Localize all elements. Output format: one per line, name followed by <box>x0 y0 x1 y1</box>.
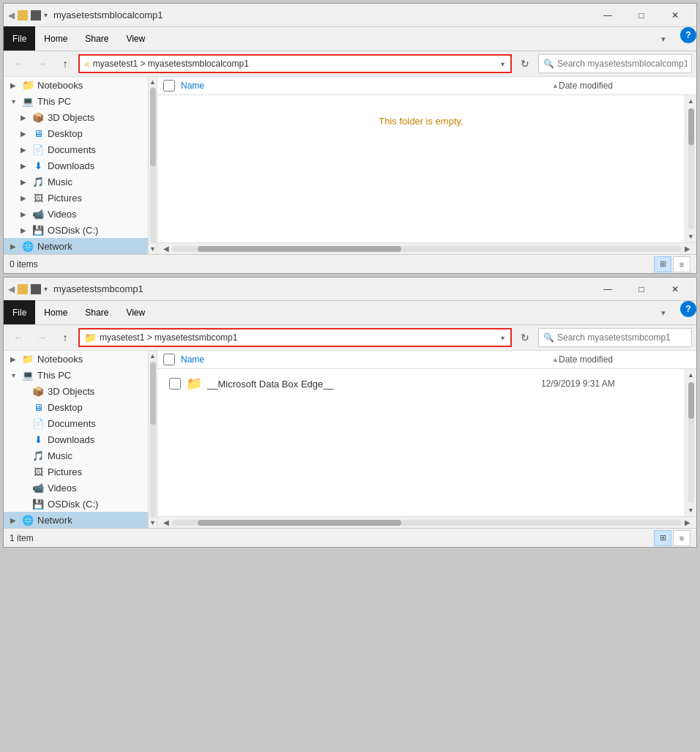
hscroll-left-2[interactable]: ◀ <box>160 518 172 526</box>
file-vscroll-2[interactable]: ▲ ▼ <box>685 369 696 516</box>
vscroll-up-2[interactable]: ▲ <box>688 369 694 381</box>
sidebar-item-videos-2[interactable]: 📹 Videos <box>4 480 157 496</box>
music-icon: 🎵 <box>31 176 45 187</box>
tab-view-2[interactable]: View <box>117 301 154 324</box>
sidebar-scrollbar-2[interactable]: ▲ ▼ <box>148 351 157 528</box>
scroll-up-icon[interactable]: ▲ <box>149 77 156 86</box>
col-name-header-2[interactable]: Name <box>181 354 551 365</box>
grid-view-btn-1[interactable]: ⊞ <box>654 256 671 272</box>
search-box-1[interactable]: 🔍 <box>538 54 692 73</box>
scroll-track <box>150 87 156 244</box>
minimize-button-1[interactable]: — <box>591 4 625 27</box>
list-view-btn-1[interactable]: ≡ <box>673 256 690 272</box>
help-button-1[interactable]: ? <box>680 27 696 43</box>
close-button-2[interactable]: ✕ <box>658 278 692 301</box>
main-area-2: ▶ 📁 Notebooks ▾ 💻 This PC 📦 3D Objects 🖥… <box>4 351 696 528</box>
tab-view-1[interactable]: View <box>117 27 154 51</box>
address-box-2[interactable]: 📁 myasetest1 > myasetestsmbcomp1 ▾ <box>78 328 512 347</box>
tab-share-1[interactable]: Share <box>76 27 117 51</box>
tab-share-2[interactable]: Share <box>76 301 117 324</box>
scroll-down-icon-2[interactable]: ▼ <box>149 519 156 528</box>
expand-icon: ▶ <box>18 210 29 218</box>
sidebar-item-downloads-2[interactable]: ⬇ Downloads <box>4 431 157 447</box>
sidebar-item-network-1[interactable]: ▶ 🌐 Network <box>4 238 157 254</box>
forward-button-1[interactable]: → <box>31 55 52 72</box>
up-button-1[interactable]: ↑ <box>55 55 75 72</box>
file-checkbox-0[interactable] <box>169 378 181 390</box>
file-vscroll-1[interactable]: ▲ ▼ <box>685 95 696 242</box>
desktop-icon: 🖥 <box>31 401 45 413</box>
sidebar-item-network-2[interactable]: ▶ 🌐 Network <box>4 512 157 528</box>
sidebar-label: Notebooks <box>37 354 83 365</box>
sidebar-item-notebooks-1[interactable]: ▶ 📁 Notebooks <box>4 77 157 93</box>
tab-file-2[interactable]: File <box>4 300 35 324</box>
sidebar-item-documents-2[interactable]: 📄 Documents <box>4 415 157 431</box>
ribbon-collapse-btn-2[interactable]: ▾ <box>647 301 680 324</box>
scroll-thumb-2 <box>150 362 156 425</box>
help-button-2[interactable]: ? <box>680 301 696 317</box>
sidebar-item-pictures-1[interactable]: ▶ 🖼 Pictures <box>4 190 157 206</box>
refresh-button-1[interactable]: ↻ <box>515 54 535 73</box>
col-name-header-1[interactable]: Name <box>181 81 551 91</box>
back-button-2[interactable]: ← <box>8 329 29 346</box>
sidebar-item-desktop-1[interactable]: ▶ 🖥 Desktop <box>4 125 157 141</box>
col-date-header-2[interactable]: Date modified <box>559 354 690 365</box>
up-button-2[interactable]: ↑ <box>55 329 75 346</box>
hscroll-right-2[interactable]: ▶ <box>682 518 693 526</box>
tab-home-2[interactable]: Home <box>35 301 76 324</box>
file-area-2: Name ▲ Date modified 📁 __Microsoft Data … <box>157 351 696 528</box>
sidebar-item-3dobjects-2[interactable]: 📦 3D Objects <box>4 383 157 399</box>
scroll-down-icon[interactable]: ▼ <box>149 245 156 254</box>
sidebar-item-desktop-2[interactable]: 🖥 Desktop <box>4 399 157 415</box>
sidebar-item-thispc-1[interactable]: ▾ 💻 This PC <box>4 93 157 109</box>
sidebar-item-notebooks-2[interactable]: ▶ 📁 Notebooks <box>4 351 157 367</box>
search-input-2[interactable] <box>557 332 687 343</box>
file-hscroll-2[interactable]: ◀ ▶ <box>157 516 696 528</box>
sidebar-item-music-2[interactable]: 🎵 Music <box>4 447 157 464</box>
file-row-0[interactable]: 📁 __Microsoft Data Box Edge__ 12/9/2019 … <box>163 375 679 392</box>
hscroll-left-1[interactable]: ◀ <box>160 245 172 253</box>
address-dropdown-2[interactable]: ▾ <box>499 334 506 342</box>
tab-home-1[interactable]: Home <box>35 27 76 51</box>
sidebar-item-videos-1[interactable]: ▶ 📹 Videos <box>4 206 157 222</box>
sidebar-item-osdisk-2[interactable]: 💾 OSDisk (C:) <box>4 496 157 512</box>
status-bar-2: 1 item ⊞ ≡ <box>4 528 696 547</box>
file-content-1: This folder is empty. <box>157 95 685 242</box>
file-hscroll-1[interactable]: ◀ ▶ <box>157 242 696 254</box>
sidebar-item-thispc-2[interactable]: ▾ 💻 This PC <box>4 367 157 383</box>
dropdown-arrow-icon[interactable]: ▾ <box>44 11 48 19</box>
search-box-2[interactable]: 🔍 <box>538 328 692 347</box>
dropdown-arrow-icon-2[interactable]: ▾ <box>44 285 48 293</box>
list-view-btn-2[interactable]: ≡ <box>673 530 690 546</box>
address-box-1[interactable]: « myasetest1 > myasetestsmblocalcomp1 ▾ <box>78 54 512 73</box>
tab-file-1[interactable]: File <box>4 26 35 51</box>
sidebar-item-osdisk-1[interactable]: ▶ 💾 OSDisk (C:) <box>4 222 157 238</box>
col-date-header-1[interactable]: Date modified <box>559 81 690 91</box>
back-button-1[interactable]: ← <box>8 55 29 72</box>
sidebar-item-music-1[interactable]: ▶ 🎵 Music <box>4 174 157 190</box>
select-all-checkbox-2[interactable] <box>163 354 175 365</box>
address-dropdown-1[interactable]: ▾ <box>499 60 506 68</box>
sidebar-scrollbar-1[interactable]: ▲ ▼ <box>148 77 157 254</box>
select-all-checkbox-1[interactable] <box>163 80 175 92</box>
ribbon-collapse-btn-1[interactable]: ▾ <box>647 27 680 51</box>
sidebar-label: Documents <box>48 144 96 155</box>
vscroll-up-1[interactable]: ▲ <box>688 95 694 107</box>
maximize-button-1[interactable]: □ <box>625 4 658 27</box>
sidebar-item-pictures-2[interactable]: 🖼 Pictures <box>4 464 157 480</box>
vscroll-down-2[interactable]: ▼ <box>688 505 694 516</box>
vscroll-down-1[interactable]: ▼ <box>688 231 694 242</box>
refresh-button-2[interactable]: ↻ <box>515 328 535 347</box>
maximize-button-2[interactable]: □ <box>625 278 658 301</box>
forward-button-2[interactable]: → <box>31 329 52 346</box>
sidebar-item-3dobjects-1[interactable]: ▶ 📦 3D Objects <box>4 109 157 125</box>
scroll-up-icon-2[interactable]: ▲ <box>149 351 156 360</box>
sidebar-item-downloads-1[interactable]: ▶ ⬇ Downloads <box>4 157 157 174</box>
sidebar-item-documents-1[interactable]: ▶ 📄 Documents <box>4 141 157 157</box>
grid-view-btn-2[interactable]: ⊞ <box>654 530 671 546</box>
hscroll-right-1[interactable]: ▶ <box>682 245 693 253</box>
minimize-button-2[interactable]: — <box>591 278 625 301</box>
close-button-1[interactable]: ✕ <box>658 4 692 27</box>
sidebar-label: 3D Objects <box>48 386 94 397</box>
search-input-1[interactable] <box>557 59 687 69</box>
